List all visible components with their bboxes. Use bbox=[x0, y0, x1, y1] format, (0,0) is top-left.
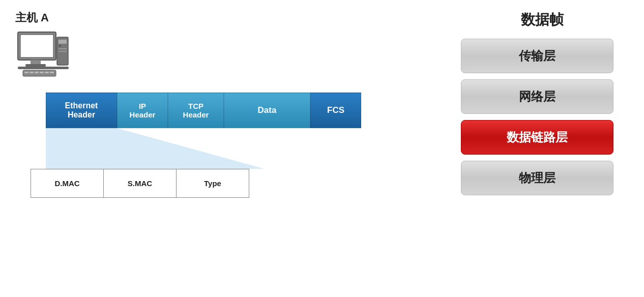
physical-layer-label: 物理层 bbox=[519, 170, 555, 186]
svg-rect-2 bbox=[31, 60, 41, 64]
ethernet-header-cell: EthernetHeader bbox=[46, 93, 117, 128]
svg-rect-1 bbox=[20, 35, 53, 57]
svg-rect-3 bbox=[25, 64, 46, 67]
network-layer-label: 网络层 bbox=[519, 88, 555, 105]
data-cell: Data bbox=[224, 93, 310, 128]
datalink-layer-label: 数据链路层 bbox=[507, 129, 568, 145]
svg-rect-11 bbox=[24, 72, 28, 73]
dmac-cell: D.MAC bbox=[31, 169, 104, 197]
left-section: 主机 A EthernetHeader IPHeader T bbox=[15, 10, 412, 198]
physical-layer-box: 物理层 bbox=[461, 161, 613, 195]
tcp-header-cell: TCPHeader bbox=[168, 93, 224, 128]
expansion-triangle bbox=[46, 128, 382, 169]
expanded-table: D.MAC S.MAC Type bbox=[31, 169, 249, 198]
smac-cell: S.MAC bbox=[104, 169, 177, 197]
svg-rect-12 bbox=[30, 72, 34, 73]
svg-rect-16 bbox=[50, 72, 54, 73]
svg-rect-13 bbox=[35, 72, 39, 73]
svg-marker-17 bbox=[46, 128, 265, 169]
transport-layer-box: 传输层 bbox=[461, 39, 613, 73]
right-section: 数据帧 传输层 网络层 数据链路层 物理层 bbox=[461, 10, 624, 201]
type-cell: Type bbox=[177, 169, 249, 197]
transport-layer-label: 传输层 bbox=[519, 48, 555, 64]
computer-icon bbox=[15, 29, 71, 80]
network-layer-box: 网络层 bbox=[461, 79, 613, 114]
svg-rect-9 bbox=[18, 67, 69, 69]
expansion-area bbox=[46, 128, 382, 169]
ip-header-cell: IPHeader bbox=[117, 93, 168, 128]
svg-rect-7 bbox=[58, 48, 67, 49]
svg-rect-14 bbox=[40, 72, 44, 73]
svg-rect-5 bbox=[58, 40, 67, 44]
fcs-cell: FCS bbox=[310, 93, 361, 128]
section-title: 数据帧 bbox=[461, 10, 624, 29]
svg-rect-15 bbox=[45, 72, 49, 73]
svg-point-6 bbox=[59, 45, 61, 47]
svg-rect-8 bbox=[58, 51, 67, 52]
frame-bar: EthernetHeader IPHeader TCPHeader Data F… bbox=[46, 93, 382, 128]
datalink-layer-box: 数据链路层 bbox=[461, 120, 613, 155]
host-label: 主机 A bbox=[15, 10, 412, 25]
